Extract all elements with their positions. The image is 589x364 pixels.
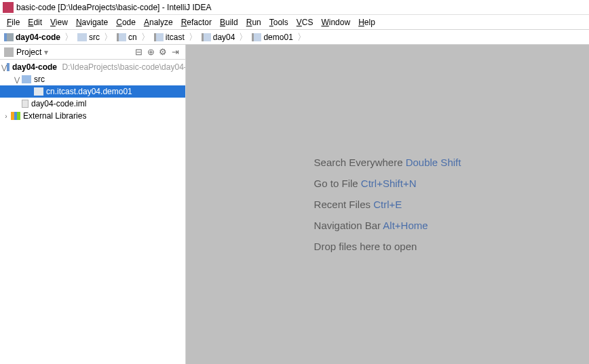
menu-refactor[interactable]: Refactor: [177, 16, 216, 28]
pkg-icon: [202, 33, 211, 41]
hint-text: Navigation Bar: [314, 220, 383, 231]
pkg-icon: [117, 33, 126, 41]
hint-text: Drop files here to open: [314, 241, 417, 252]
hint-drop-files-here-to-open: Drop files here to open: [314, 241, 461, 252]
pkg-icon: [252, 33, 261, 41]
project-header: Project ▾ ⊟ ⊕ ⚙ ⇥: [0, 45, 185, 60]
tree-row-external-libraries[interactable]: ›External Libraries: [0, 110, 185, 122]
breadcrumb-day04[interactable]: day04: [200, 33, 237, 42]
menu-window[interactable]: Window: [317, 16, 354, 28]
hint-text: Recent Files: [314, 199, 374, 210]
project-view-icon: [4, 47, 14, 57]
breadcrumb-src[interactable]: src: [76, 33, 101, 42]
menu-analyze[interactable]: Analyze: [140, 16, 177, 28]
tree-label: cn.itcast.day04.demo01: [46, 87, 132, 96]
menu-run[interactable]: Run: [242, 16, 265, 28]
empty-state-hints: Search Everywhere Double ShiftGo to File…: [314, 157, 461, 252]
editor-area[interactable]: Search Everywhere Double ShiftGo to File…: [186, 45, 589, 364]
tree-row-day04-code-iml[interactable]: ·day04-code.iml: [0, 98, 185, 110]
tree-caret-icon[interactable]: ›: [1, 113, 11, 120]
breadcrumb-itcast[interactable]: itcast: [153, 33, 186, 42]
tree-row-cn-itcast-day04-demo01[interactable]: ·cn.itcast.day04.demo01: [0, 85, 185, 98]
breadcrumb-day04-code[interactable]: day04-code: [3, 33, 62, 42]
breadcrumb-label: day04-code: [16, 33, 60, 42]
collapse-all-icon[interactable]: ⊟: [132, 46, 145, 58]
breadcrumb-cn[interactable]: cn: [115, 33, 138, 42]
libs-icon: [11, 112, 20, 120]
pkg-icon: [34, 87, 43, 96]
breadcrumb-separator: 〉: [237, 31, 250, 43]
menu-code[interactable]: Code: [112, 16, 140, 28]
tree-label: day04-code D:\IdeaProjects\basic-code\da…: [12, 62, 185, 72]
breadcrumb-separator: 〉: [102, 31, 115, 43]
hint-shortcut: Ctrl+E: [373, 199, 402, 210]
hint-shortcut: Alt+Home: [383, 220, 428, 231]
folder-icon: [77, 33, 87, 41]
tree-caret-icon[interactable]: ⋁: [12, 76, 22, 83]
hint-text: Go to File: [314, 178, 361, 189]
hint-shortcut: Ctrl+Shift+N: [361, 178, 417, 189]
menu-view[interactable]: View: [46, 16, 72, 28]
hint-shortcut: Double Shift: [406, 157, 461, 168]
breadcrumb-separator: 〉: [139, 31, 152, 43]
project-tree: ⋁day04-code D:\IdeaProjects\basic-code\d…: [0, 60, 185, 364]
menu-tools[interactable]: Tools: [265, 16, 292, 28]
breadcrumb-separator: 〉: [295, 31, 308, 43]
menu-help[interactable]: Help: [354, 16, 379, 28]
main-split: Project ▾ ⊟ ⊕ ⚙ ⇥ ⋁day04-code D:\IdeaPro…: [0, 45, 589, 364]
menu-file[interactable]: File: [3, 16, 24, 28]
breadcrumb: day04-code〉src〉cn〉itcast〉day04〉demo01〉: [0, 30, 589, 45]
folder-icon: [22, 75, 31, 83]
tree-label: day04-code.iml: [31, 99, 86, 108]
tree-label: External Libraries: [23, 111, 86, 121]
menu-vcs[interactable]: VCS: [292, 16, 318, 28]
hint-recent-files: Recent Files Ctrl+E: [314, 199, 461, 210]
tree-row-day04-code[interactable]: ⋁day04-code D:\IdeaProjects\basic-code\d…: [0, 61, 185, 73]
breadcrumb-label: src: [89, 33, 100, 42]
breadcrumb-label: day04: [213, 33, 235, 42]
tree-caret-icon[interactable]: ⋁: [1, 64, 7, 71]
breadcrumb-label: itcast: [166, 33, 185, 42]
tree-row-src[interactable]: ⋁src: [0, 73, 185, 85]
window-title: basic-code [D:\IdeaProjects\basic-code] …: [16, 3, 211, 12]
breadcrumb-label: cn: [128, 33, 137, 42]
title-bar: basic-code [D:\IdeaProjects\basic-code] …: [0, 0, 589, 15]
hide-panel-icon[interactable]: ⇥: [169, 46, 181, 58]
menu-bar: FileEditViewNavigateCodeAnalyzeRefactorB…: [0, 15, 589, 30]
hint-search-everywhere: Search Everywhere Double Shift: [314, 157, 461, 168]
breadcrumb-separator: 〉: [62, 31, 75, 43]
module-icon: [7, 63, 10, 71]
hint-go-to-file: Go to File Ctrl+Shift+N: [314, 178, 461, 189]
hint-text: Search Everywhere: [314, 157, 406, 168]
menu-build[interactable]: Build: [216, 16, 242, 28]
module-icon: [4, 33, 14, 41]
breadcrumb-label: demo01: [263, 33, 292, 42]
pkg-icon: [154, 33, 164, 41]
hint-navigation-bar: Navigation Bar Alt+Home: [314, 220, 461, 231]
tree-label: src: [34, 75, 45, 84]
project-title[interactable]: Project: [16, 47, 41, 57]
project-tool-window: Project ▾ ⊟ ⊕ ⚙ ⇥ ⋁day04-code D:\IdeaPro…: [0, 45, 186, 364]
locate-icon[interactable]: ⊕: [145, 46, 157, 58]
menu-navigate[interactable]: Navigate: [72, 16, 112, 28]
app-icon: [3, 2, 14, 13]
menu-edit[interactable]: Edit: [24, 16, 46, 28]
project-dropdown-icon[interactable]: ▾: [44, 47, 48, 57]
settings-icon[interactable]: ⚙: [157, 46, 169, 58]
breadcrumb-separator: 〉: [187, 31, 200, 43]
file-icon: [22, 100, 28, 108]
breadcrumb-demo01[interactable]: demo01: [250, 33, 294, 42]
